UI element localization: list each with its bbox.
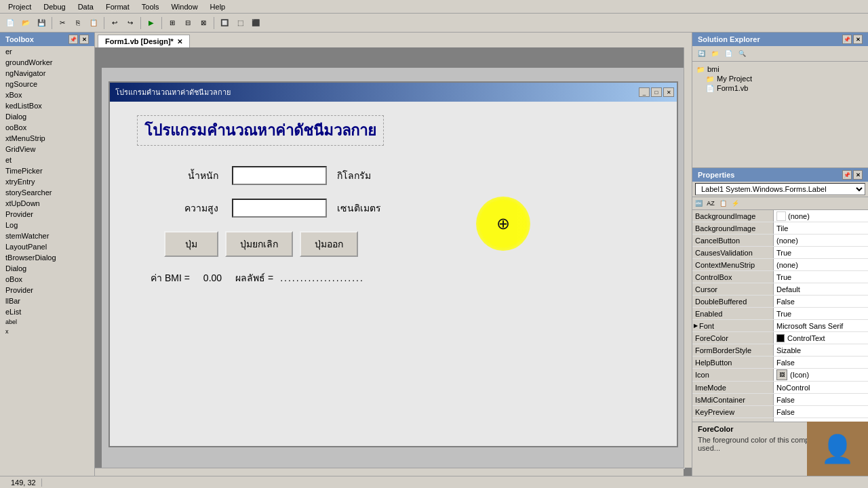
- toolbar-paste[interactable]: 📋: [86, 16, 101, 30]
- toolbar-save[interactable]: 💾: [34, 16, 49, 30]
- vb-form-close[interactable]: ✕: [663, 87, 674, 97]
- toolbox-item-11[interactable]: TimePicker: [0, 165, 94, 176]
- toolbox-item-12[interactable]: xtryEntry: [0, 176, 94, 187]
- button-cancel[interactable]: ปุ่มยกเลิก: [225, 231, 293, 257]
- se-tb-btn4[interactable]: 🔍: [736, 47, 748, 60]
- props-value-keypreview[interactable]: False: [774, 406, 868, 418]
- toolbox-item-16[interactable]: Log: [0, 220, 94, 230]
- toolbox-item-8[interactable]: xtMenuStrip: [0, 133, 94, 144]
- toolbox-item-19[interactable]: tBrowserDialog: [0, 252, 94, 263]
- props-value-controlbox[interactable]: True: [774, 271, 868, 283]
- tree-item-form1[interactable]: 📄 Form1.vb: [695, 83, 865, 93]
- tab-close-btn[interactable]: ✕: [177, 38, 182, 45]
- menu-data[interactable]: Data: [73, 1, 99, 12]
- toolbox-item-6[interactable]: Dialog: [0, 111, 94, 122]
- toolbar-run[interactable]: ▶: [144, 16, 159, 30]
- toolbox-item-17[interactable]: stemWatcher: [0, 230, 94, 241]
- toolbox-item-18[interactable]: LayoutPanel: [0, 241, 94, 252]
- props-close-btn[interactable]: ✕: [853, 170, 863, 180]
- designer-scrollbar-v[interactable]: [684, 47, 692, 468]
- props-pin-btn[interactable]: 📌: [842, 170, 852, 180]
- height-input[interactable]: [232, 199, 327, 218]
- toolbar-b1[interactable]: ⊞: [165, 16, 180, 30]
- props-object-select[interactable]: Label1 System.Windows.Forms.Label: [695, 183, 865, 195]
- toolbar-b2[interactable]: ⊟: [180, 16, 195, 30]
- props-value-formborderstyle[interactable]: Sizable: [774, 344, 868, 356]
- toolbar-b5[interactable]: ⬚: [233, 16, 248, 30]
- props-value-imemode[interactable]: NoControl: [774, 382, 868, 393]
- props-value-forecolor[interactable]: ControlText: [774, 332, 868, 344]
- props-value-font[interactable]: Microsoft Sans Serif: [774, 320, 868, 331]
- props-value-backgroundimagelayout[interactable]: Tile: [774, 222, 868, 234]
- props-value-contextmenu[interactable]: (none): [774, 259, 868, 270]
- props-value-cursor[interactable]: Default: [774, 283, 868, 295]
- props-row-font[interactable]: ▶ Font Microsoft Sans Serif: [692, 320, 868, 332]
- toolbox-item-14[interactable]: xtUpDown: [0, 198, 94, 209]
- toolbox-item-24[interactable]: eList: [0, 306, 94, 317]
- toolbox-item-13[interactable]: storySearcher: [0, 187, 94, 198]
- vb-form-maximize[interactable]: □: [651, 87, 662, 97]
- toolbox-item-15[interactable]: Provider: [0, 209, 94, 220]
- toolbar-undo[interactable]: ↩: [107, 16, 122, 30]
- toolbar-b4[interactable]: 🔲: [217, 16, 232, 30]
- props-value-helpbutton[interactable]: False: [774, 357, 868, 368]
- tab-form1-design[interactable]: Form1.vb [Design]* ✕: [98, 35, 190, 47]
- toolbox-item-4[interactable]: xBox: [0, 89, 94, 100]
- toolbox-item-2[interactable]: ngNavigator: [0, 68, 94, 79]
- button-calc[interactable]: ปุ่ม: [164, 231, 218, 257]
- props-value-backgroundimage[interactable]: (none): [774, 210, 868, 222]
- button-exit[interactable]: ปุ่มออก: [300, 231, 358, 257]
- menu-project[interactable]: Project: [3, 1, 37, 12]
- toolbar-open[interactable]: 📂: [18, 16, 33, 30]
- toolbox-item-5[interactable]: kedListBox: [0, 100, 94, 111]
- toolbox-item-23[interactable]: llBar: [0, 296, 94, 306]
- props-tab-props[interactable]: 📋: [717, 197, 729, 209]
- toolbox-pin-btn[interactable]: 📌: [68, 35, 78, 44]
- toolbox-item-9[interactable]: GridView: [0, 144, 94, 155]
- toolbox-list: er groundWorker ngNavigator ngSource xBo…: [0, 46, 94, 476]
- toolbar-b6[interactable]: ⬛: [248, 16, 263, 30]
- se-close-btn[interactable]: ✕: [853, 35, 863, 44]
- toolbox-item-1[interactable]: groundWorker: [0, 57, 94, 68]
- toolbox-item-22[interactable]: Provider: [0, 285, 94, 296]
- toolbar-redo[interactable]: ↪: [123, 16, 138, 30]
- props-value-icon[interactable]: 🖼 (Icon): [774, 369, 868, 381]
- weight-input[interactable]: [232, 166, 327, 185]
- toolbox-item-10[interactable]: et: [0, 155, 94, 165]
- props-value-cancelbutton[interactable]: (none): [774, 235, 868, 246]
- toolbar-cut[interactable]: ✂: [55, 16, 70, 30]
- props-tab-cat[interactable]: 🔤: [692, 197, 705, 209]
- toolbox-item-25[interactable]: abel: [0, 317, 94, 327]
- toolbar-new[interactable]: 📄: [3, 16, 18, 30]
- tree-item-project[interactable]: 📁 bmi: [695, 64, 865, 74]
- props-value-enabled[interactable]: True: [774, 308, 868, 319]
- menu-window[interactable]: Window: [165, 1, 203, 12]
- toolbox-item-26[interactable]: x: [0, 327, 94, 336]
- menu-help[interactable]: Help: [205, 1, 231, 12]
- toolbox-item-3[interactable]: ngSource: [0, 79, 94, 89]
- props-value-causesvalidation[interactable]: True: [774, 247, 868, 258]
- form-title-border[interactable]: โปรแกรมคำนวณหาค่าดัชนีมวลกาย: [137, 115, 384, 146]
- toolbox-item-21[interactable]: oBox: [0, 274, 94, 285]
- vb-form-minimize[interactable]: _: [639, 87, 650, 97]
- tree-item-myproject[interactable]: 📁 My Project: [695, 74, 865, 83]
- menu-format[interactable]: Format: [100, 1, 135, 12]
- props-value-doublebuffered[interactable]: False: [774, 296, 868, 307]
- toolbar-b3[interactable]: ⊠: [196, 16, 211, 30]
- se-tb-btn3[interactable]: 📄: [722, 47, 734, 60]
- toolbox-item-0[interactable]: er: [0, 46, 94, 57]
- props-tab-events[interactable]: ⚡: [729, 197, 741, 209]
- props-value-ismdicontainer[interactable]: False: [774, 394, 868, 405]
- designer-scrollbar-h[interactable]: [95, 468, 684, 476]
- toolbox-close-btn[interactable]: ✕: [79, 35, 89, 44]
- menu-debug[interactable]: Debug: [38, 1, 71, 12]
- toolbox-item-20[interactable]: Dialog: [0, 263, 94, 274]
- toolbar-copy[interactable]: ⎘: [71, 16, 85, 30]
- vb-form[interactable]: โปรแกรมคำนวณหาค่าดัชนีมวลกาย _ □ ✕ ⊕: [108, 81, 678, 447]
- menu-tools[interactable]: Tools: [136, 1, 165, 12]
- se-tb-btn2[interactable]: 📁: [709, 47, 721, 60]
- se-pin-btn[interactable]: 📌: [842, 35, 852, 44]
- se-tb-btn1[interactable]: 🔄: [695, 47, 707, 60]
- toolbox-item-7[interactable]: ooBox: [0, 122, 94, 133]
- props-tab-alpha[interactable]: AZ: [705, 197, 717, 209]
